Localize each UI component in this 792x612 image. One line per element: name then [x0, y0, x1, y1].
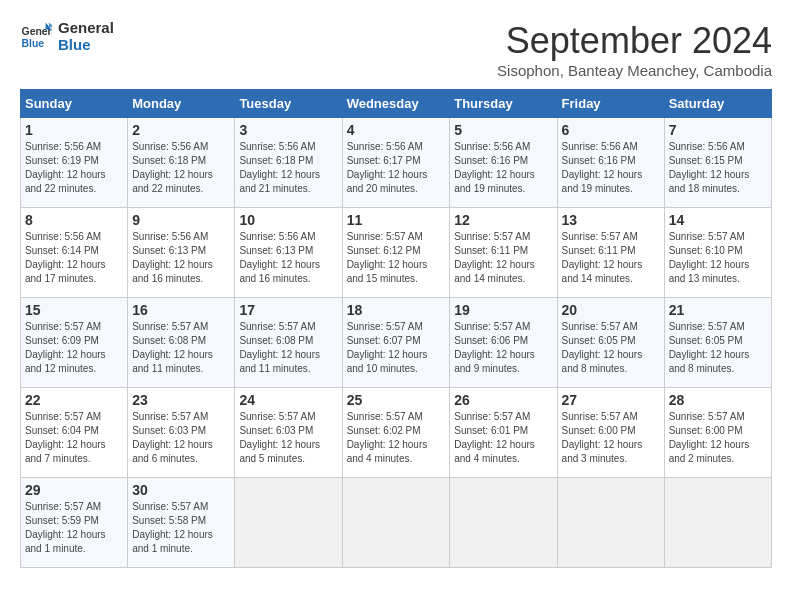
calendar-day-cell: 26Sunrise: 5:57 AM Sunset: 6:01 PM Dayli…	[450, 388, 557, 478]
day-detail: Sunrise: 5:57 AM Sunset: 6:00 PM Dayligh…	[669, 410, 767, 466]
day-detail: Sunrise: 5:56 AM Sunset: 6:19 PM Dayligh…	[25, 140, 123, 196]
calendar-day-cell: 27Sunrise: 5:57 AM Sunset: 6:00 PM Dayli…	[557, 388, 664, 478]
location-subtitle: Sisophon, Banteay Meanchey, Cambodia	[497, 62, 772, 79]
calendar-day-cell: 2Sunrise: 5:56 AM Sunset: 6:18 PM Daylig…	[128, 118, 235, 208]
day-detail: Sunrise: 5:57 AM Sunset: 6:07 PM Dayligh…	[347, 320, 446, 376]
calendar-header-cell: Saturday	[664, 90, 771, 118]
calendar-day-cell: 7Sunrise: 5:56 AM Sunset: 6:15 PM Daylig…	[664, 118, 771, 208]
month-title: September 2024	[497, 20, 772, 62]
day-number: 5	[454, 122, 552, 138]
day-detail: Sunrise: 5:57 AM Sunset: 6:08 PM Dayligh…	[239, 320, 337, 376]
calendar-day-cell	[342, 478, 450, 568]
calendar-day-cell: 22Sunrise: 5:57 AM Sunset: 6:04 PM Dayli…	[21, 388, 128, 478]
day-detail: Sunrise: 5:57 AM Sunset: 6:05 PM Dayligh…	[669, 320, 767, 376]
calendar-day-cell: 1Sunrise: 5:56 AM Sunset: 6:19 PM Daylig…	[21, 118, 128, 208]
day-number: 3	[239, 122, 337, 138]
day-number: 9	[132, 212, 230, 228]
calendar-week-row: 15Sunrise: 5:57 AM Sunset: 6:09 PM Dayli…	[21, 298, 772, 388]
calendar-day-cell: 25Sunrise: 5:57 AM Sunset: 6:02 PM Dayli…	[342, 388, 450, 478]
day-number: 19	[454, 302, 552, 318]
day-detail: Sunrise: 5:56 AM Sunset: 6:18 PM Dayligh…	[239, 140, 337, 196]
day-detail: Sunrise: 5:57 AM Sunset: 6:06 PM Dayligh…	[454, 320, 552, 376]
calendar-day-cell	[450, 478, 557, 568]
calendar-day-cell: 16Sunrise: 5:57 AM Sunset: 6:08 PM Dayli…	[128, 298, 235, 388]
day-number: 22	[25, 392, 123, 408]
calendar-day-cell	[235, 478, 342, 568]
calendar-day-cell: 21Sunrise: 5:57 AM Sunset: 6:05 PM Dayli…	[664, 298, 771, 388]
calendar-day-cell: 28Sunrise: 5:57 AM Sunset: 6:00 PM Dayli…	[664, 388, 771, 478]
day-detail: Sunrise: 5:56 AM Sunset: 6:16 PM Dayligh…	[454, 140, 552, 196]
day-number: 1	[25, 122, 123, 138]
calendar-day-cell: 11Sunrise: 5:57 AM Sunset: 6:12 PM Dayli…	[342, 208, 450, 298]
calendar-day-cell: 8Sunrise: 5:56 AM Sunset: 6:14 PM Daylig…	[21, 208, 128, 298]
calendar-day-cell: 24Sunrise: 5:57 AM Sunset: 6:03 PM Dayli…	[235, 388, 342, 478]
day-number: 2	[132, 122, 230, 138]
calendar-day-cell: 30Sunrise: 5:57 AM Sunset: 5:58 PM Dayli…	[128, 478, 235, 568]
logo-icon: General Blue	[20, 21, 52, 53]
calendar-day-cell: 15Sunrise: 5:57 AM Sunset: 6:09 PM Dayli…	[21, 298, 128, 388]
day-number: 10	[239, 212, 337, 228]
day-number: 24	[239, 392, 337, 408]
calendar-day-cell: 3Sunrise: 5:56 AM Sunset: 6:18 PM Daylig…	[235, 118, 342, 208]
calendar-day-cell: 5Sunrise: 5:56 AM Sunset: 6:16 PM Daylig…	[450, 118, 557, 208]
day-number: 11	[347, 212, 446, 228]
day-number: 18	[347, 302, 446, 318]
page-header: General Blue General Blue September 2024…	[20, 20, 772, 79]
calendar-day-cell: 10Sunrise: 5:56 AM Sunset: 6:13 PM Dayli…	[235, 208, 342, 298]
calendar-header-cell: Tuesday	[235, 90, 342, 118]
svg-marker-3	[49, 22, 52, 27]
day-detail: Sunrise: 5:57 AM Sunset: 6:05 PM Dayligh…	[562, 320, 660, 376]
logo-line2: Blue	[58, 37, 114, 54]
day-detail: Sunrise: 5:57 AM Sunset: 6:02 PM Dayligh…	[347, 410, 446, 466]
calendar-day-cell: 14Sunrise: 5:57 AM Sunset: 6:10 PM Dayli…	[664, 208, 771, 298]
logo: General Blue General Blue	[20, 20, 114, 53]
day-detail: Sunrise: 5:56 AM Sunset: 6:13 PM Dayligh…	[239, 230, 337, 286]
day-number: 8	[25, 212, 123, 228]
day-detail: Sunrise: 5:57 AM Sunset: 6:08 PM Dayligh…	[132, 320, 230, 376]
calendar-header-cell: Sunday	[21, 90, 128, 118]
day-number: 26	[454, 392, 552, 408]
day-number: 23	[132, 392, 230, 408]
calendar-day-cell: 6Sunrise: 5:56 AM Sunset: 6:16 PM Daylig…	[557, 118, 664, 208]
day-detail: Sunrise: 5:56 AM Sunset: 6:14 PM Dayligh…	[25, 230, 123, 286]
calendar-day-cell: 13Sunrise: 5:57 AM Sunset: 6:11 PM Dayli…	[557, 208, 664, 298]
day-detail: Sunrise: 5:56 AM Sunset: 6:17 PM Dayligh…	[347, 140, 446, 196]
calendar-header-cell: Wednesday	[342, 90, 450, 118]
day-number: 15	[25, 302, 123, 318]
day-detail: Sunrise: 5:57 AM Sunset: 6:00 PM Dayligh…	[562, 410, 660, 466]
calendar-week-row: 8Sunrise: 5:56 AM Sunset: 6:14 PM Daylig…	[21, 208, 772, 298]
calendar-body: 1Sunrise: 5:56 AM Sunset: 6:19 PM Daylig…	[21, 118, 772, 568]
day-number: 28	[669, 392, 767, 408]
day-detail: Sunrise: 5:56 AM Sunset: 6:16 PM Dayligh…	[562, 140, 660, 196]
calendar-day-cell: 12Sunrise: 5:57 AM Sunset: 6:11 PM Dayli…	[450, 208, 557, 298]
title-section: September 2024 Sisophon, Banteay Meanche…	[497, 20, 772, 79]
calendar-week-row: 22Sunrise: 5:57 AM Sunset: 6:04 PM Dayli…	[21, 388, 772, 478]
calendar-table: SundayMondayTuesdayWednesdayThursdayFrid…	[20, 89, 772, 568]
day-detail: Sunrise: 5:57 AM Sunset: 6:10 PM Dayligh…	[669, 230, 767, 286]
day-detail: Sunrise: 5:57 AM Sunset: 5:59 PM Dayligh…	[25, 500, 123, 556]
calendar-day-cell	[664, 478, 771, 568]
day-number: 20	[562, 302, 660, 318]
day-detail: Sunrise: 5:56 AM Sunset: 6:13 PM Dayligh…	[132, 230, 230, 286]
day-number: 30	[132, 482, 230, 498]
calendar-day-cell: 29Sunrise: 5:57 AM Sunset: 5:59 PM Dayli…	[21, 478, 128, 568]
day-number: 27	[562, 392, 660, 408]
calendar-week-row: 29Sunrise: 5:57 AM Sunset: 5:59 PM Dayli…	[21, 478, 772, 568]
day-number: 16	[132, 302, 230, 318]
day-detail: Sunrise: 5:57 AM Sunset: 6:12 PM Dayligh…	[347, 230, 446, 286]
day-number: 25	[347, 392, 446, 408]
logo-line1: General	[58, 20, 114, 37]
calendar-day-cell: 18Sunrise: 5:57 AM Sunset: 6:07 PM Dayli…	[342, 298, 450, 388]
calendar-day-cell: 17Sunrise: 5:57 AM Sunset: 6:08 PM Dayli…	[235, 298, 342, 388]
calendar-day-cell: 23Sunrise: 5:57 AM Sunset: 6:03 PM Dayli…	[128, 388, 235, 478]
day-number: 4	[347, 122, 446, 138]
day-number: 6	[562, 122, 660, 138]
day-number: 14	[669, 212, 767, 228]
calendar-day-cell: 19Sunrise: 5:57 AM Sunset: 6:06 PM Dayli…	[450, 298, 557, 388]
calendar-day-cell: 9Sunrise: 5:56 AM Sunset: 6:13 PM Daylig…	[128, 208, 235, 298]
calendar-header-cell: Thursday	[450, 90, 557, 118]
day-detail: Sunrise: 5:57 AM Sunset: 5:58 PM Dayligh…	[132, 500, 230, 556]
calendar-day-cell	[557, 478, 664, 568]
calendar-day-cell: 4Sunrise: 5:56 AM Sunset: 6:17 PM Daylig…	[342, 118, 450, 208]
day-detail: Sunrise: 5:57 AM Sunset: 6:04 PM Dayligh…	[25, 410, 123, 466]
